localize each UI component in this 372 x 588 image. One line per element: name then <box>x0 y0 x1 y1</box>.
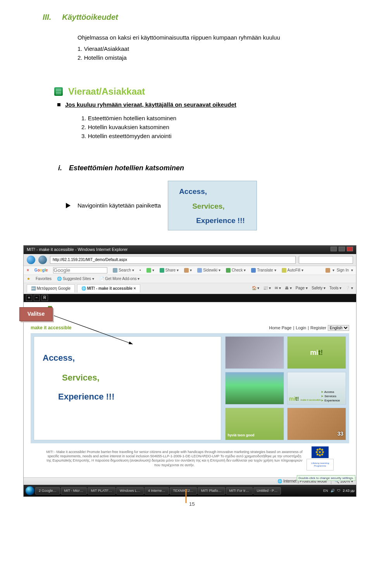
wrench-icon[interactable] <box>326 268 330 273</box>
toolbar-autofill-button[interactable]: AutoFill ▾ <box>282 268 303 273</box>
taskbar-item[interactable]: MIT! Platfo… <box>198 487 225 495</box>
register-link[interactable]: Register <box>310 325 326 331</box>
share-icon <box>160 268 164 273</box>
subheading-i: i. Esteettömien hotellien katsominen <box>58 163 337 173</box>
taskbar-item[interactable]: MIT PLATF… <box>88 487 115 495</box>
toolbar-bookmark-button[interactable]: ▾ <box>184 268 192 273</box>
help-icon[interactable]: ❔ ▾ <box>345 285 353 291</box>
start-button[interactable] <box>25 486 34 495</box>
autofill-icon <box>282 268 286 273</box>
taskbar-item[interactable]: Untitled - P… <box>253 487 281 495</box>
forward-button[interactable] <box>38 256 47 264</box>
address-input[interactable] <box>50 256 296 264</box>
toolbar-translate-button[interactable]: Translate ▾ <box>251 268 276 273</box>
page-content: mit make it accessible Home Page | Login… <box>24 302 356 477</box>
toolbar-check-button[interactable]: Check ▾ <box>226 268 246 273</box>
back-button[interactable] <box>27 256 35 264</box>
favorites-star-icon[interactable]: ★ <box>27 276 30 282</box>
favorites-bar: ★ Favorites 🌐 Suggested Sites ▾ 📄 Get Mo… <box>24 275 356 283</box>
favorites-button[interactable]: Favorites <box>36 276 52 282</box>
thumbnail-words[interactable]: hyviä teon good <box>225 408 284 440</box>
google-toolbar-search[interactable] <box>53 267 107 273</box>
taskbar-item[interactable]: 4 Interne… <box>145 487 169 495</box>
subheading-i-num: i. <box>58 163 62 173</box>
tab-bar: 🔤 Μετάφραση Google 🌐 MIT! - make it acce… <box>24 283 356 294</box>
suggested-sites-link[interactable]: 🌐 Suggested Sites ▾ <box>57 276 94 282</box>
signin-link[interactable]: Sign In <box>337 268 349 273</box>
subsection-title: Vieraat/Asiakkaat <box>68 85 145 98</box>
tray-icon[interactable]: 🔊 <box>331 488 335 493</box>
thumbnail-logo-green[interactable]: mit! <box>287 336 346 369</box>
thumbnail-grid: mit! mit! make it accessible Access Serv… <box>225 336 346 440</box>
window-title: MIT! - make it accessible - Windows Inte… <box>27 247 127 252</box>
tools-menu[interactable]: Tools ▾ <box>329 285 341 291</box>
login-link[interactable]: Login <box>296 325 306 331</box>
toolbar-more-button[interactable]: ▾ <box>146 268 154 273</box>
toolbar-search-button[interactable]: Search ▾ <box>113 268 134 273</box>
logo-tagline: make it accessible <box>31 325 71 330</box>
card-item: Experience <box>321 398 340 403</box>
thumbnail-photo[interactable] <box>225 336 284 369</box>
language-indicator[interactable]: EN <box>323 488 328 493</box>
taskbar-item[interactable]: Windows L… <box>116 487 144 495</box>
get-addons-link[interactable]: 📄 Get More Add-ons ▾ <box>100 276 140 282</box>
roles-item: 2. Hotellin omistaja <box>78 54 337 62</box>
page-number: 15 <box>189 501 195 508</box>
taskbar-item[interactable]: 2 Google… <box>35 487 60 495</box>
safety-menu[interactable]: Safety ▾ <box>312 285 326 291</box>
google-toolbar: × Google Search ▾ • ▾ Share ▾ ▾ Sidewiki… <box>24 266 356 275</box>
access-services-button[interactable]: Access, Services, Experience !!! <box>168 181 257 230</box>
tray-icon[interactable]: 🛡 <box>337 488 341 493</box>
thumbnail-number-value: 33 <box>337 430 343 438</box>
taskbar-item[interactable]: TEXNIKE2… <box>170 487 197 495</box>
top-links: Home Page | Login | Register English <box>269 325 349 331</box>
browser-tab-active[interactable]: 🌐 MIT! - make it accessible × <box>77 284 140 292</box>
services-label: Services, <box>62 372 212 384</box>
translate-icon <box>251 268 256 273</box>
document-icon <box>54 87 63 96</box>
page-divider <box>186 489 187 503</box>
thumbnail-number[interactable]: 33 <box>287 408 346 440</box>
thumbnail-landscape[interactable] <box>225 372 284 405</box>
home-icon[interactable]: 🏠 ▾ <box>252 285 260 291</box>
accessibility-toolbar: + − R <box>24 294 356 302</box>
access-label: Access, <box>179 187 250 197</box>
card-item: Services <box>321 394 340 398</box>
experience-label: Experience !!! <box>196 216 250 226</box>
google-logo-text: Google <box>34 268 48 273</box>
toolbar-sidewiki-button[interactable]: Sidewiki ▾ <box>197 268 220 273</box>
browser-search-input[interactable] <box>299 256 353 264</box>
thumbnail-info-card[interactable]: mit! make it accessible Access Services … <box>287 372 346 405</box>
subsection-bullet: Jos kuuluu ryhmään vieraat, käyttäjällä … <box>65 100 236 109</box>
print-icon[interactable]: 🖶 ▾ <box>285 285 292 291</box>
clock[interactable]: 2:43 μμ <box>343 488 355 493</box>
browser-tab[interactable]: 🔤 Μετάφραση Google <box>27 284 75 292</box>
security-tooltip: Double-click to change security settings… <box>297 475 355 481</box>
subheading-i-text: Esteettömien hotellien katsominen <box>69 163 184 173</box>
roles-list: 1. Vieraat/Asiakkaat 2. Hotellin omistaj… <box>78 45 337 62</box>
font-reset-button[interactable]: R <box>41 295 48 301</box>
taskbar-item[interactable]: MIT! For tr… <box>226 487 253 495</box>
minimize-button[interactable] <box>331 247 337 251</box>
font-increase-button[interactable]: + <box>26 295 32 301</box>
home-link[interactable]: Home Page <box>269 325 291 331</box>
section-heading: III. Käyttöoikeudet <box>43 12 337 22</box>
services-label: Services, <box>192 201 250 212</box>
close-button[interactable] <box>347 247 353 251</box>
language-select[interactable]: English <box>328 325 349 331</box>
close-toolbar-icon[interactable]: × <box>27 268 29 273</box>
window-buttons <box>330 247 353 253</box>
toolbar-share-button[interactable]: Share ▾ <box>160 268 179 273</box>
taskbar-item[interactable]: MIT - Micr… <box>61 487 87 495</box>
valitse-callout: Valitse <box>19 307 53 321</box>
main-access-panel[interactable]: Access, Services, Experience !!! <box>34 336 221 440</box>
experience-label: Experience !!! <box>58 391 212 403</box>
font-decrease-button[interactable]: − <box>34 295 40 301</box>
maximize-button[interactable] <box>339 247 345 251</box>
bullet-icon <box>57 103 60 106</box>
rights-item: 1. Esteettömien hotellien katsominen <box>81 114 337 122</box>
plus-icon <box>146 268 151 273</box>
mail-icon[interactable]: ✉ ▾ <box>275 285 281 291</box>
feeds-icon[interactable]: 📰 ▾ <box>263 285 271 291</box>
page-menu[interactable]: Page ▾ <box>296 285 308 291</box>
